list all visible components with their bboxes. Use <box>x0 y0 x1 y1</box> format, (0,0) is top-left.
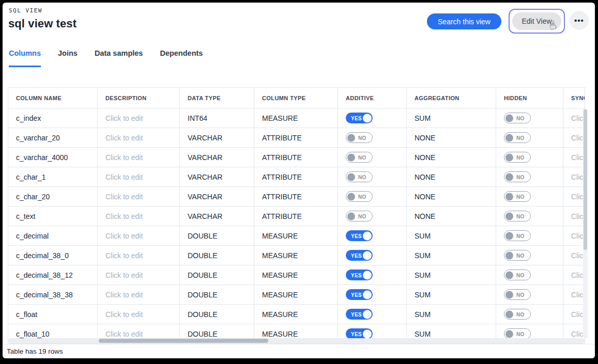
cell-column-type[interactable]: ATTRIBUTE <box>254 207 338 226</box>
cell-column-type[interactable]: ATTRIBUTE <box>254 187 338 206</box>
additive-toggle[interactable]: NO <box>346 191 373 202</box>
additive-toggle[interactable]: NO <box>346 152 373 163</box>
toggle-knob-icon <box>505 330 513 338</box>
cell-description[interactable]: Click to edit <box>98 148 180 167</box>
cell-column-name[interactable]: c_decimal_38_0 <box>8 246 98 265</box>
additive-toggle[interactable]: YES <box>346 113 373 123</box>
additive-toggle[interactable]: YES <box>346 309 373 320</box>
header-synonyms: SYNONYMS <box>563 88 585 108</box>
additive-toggle[interactable]: NO <box>346 211 373 221</box>
additive-toggle[interactable]: NO <box>346 171 373 182</box>
cell-column-type[interactable]: MEASURE <box>254 108 338 128</box>
cell-synonyms[interactable]: Click to edit <box>563 187 585 206</box>
cell-synonyms[interactable]: Click to edit <box>563 305 585 324</box>
cell-aggregation[interactable]: NONE <box>407 148 496 167</box>
cell-column-type[interactable]: ATTRIBUTE <box>254 148 338 167</box>
hidden-toggle[interactable]: NO <box>504 289 531 300</box>
cell-column-name[interactable]: c_decimal_38_38 <box>8 285 98 304</box>
tab-columns[interactable]: Columns <box>9 49 41 67</box>
cell-aggregation[interactable]: SUM <box>407 246 496 265</box>
cell-synonyms[interactable]: Click to edit <box>563 128 585 147</box>
cell-aggregation[interactable]: SUM <box>407 265 496 284</box>
vertical-scrollbar-thumb[interactable] <box>584 109 587 250</box>
toggle-knob-icon <box>347 212 355 220</box>
hidden-toggle[interactable]: NO <box>504 132 531 143</box>
cell-column-name[interactable]: c_text <box>8 207 98 226</box>
horizontal-scrollbar-thumb[interactable] <box>99 339 268 343</box>
cell-column-name[interactable]: c_decimal <box>8 226 98 245</box>
cell-column-name[interactable]: c_decimal_38_12 <box>8 265 98 284</box>
cell-column-type[interactable]: MEASURE <box>254 265 338 284</box>
cell-aggregation[interactable]: SUM <box>407 285 496 304</box>
cell-synonyms[interactable]: Click to edit <box>563 148 585 167</box>
cell-column-type[interactable]: MEASURE <box>254 285 338 304</box>
more-options-button[interactable]: ••• <box>570 11 589 30</box>
cell-column-type[interactable]: MEASURE <box>254 246 338 265</box>
hidden-toggle[interactable]: NO <box>504 191 531 202</box>
cell-synonyms[interactable]: Click to edit <box>563 207 585 226</box>
cell-description[interactable]: Click to edit <box>98 167 180 186</box>
toggle-knob-icon <box>505 114 513 122</box>
cell-aggregation[interactable]: SUM <box>407 305 496 324</box>
cell-additive: YES <box>338 246 407 265</box>
cell-column-name[interactable]: c_varchar_20 <box>8 128 98 147</box>
cell-column-name[interactable]: c_index <box>8 108 98 128</box>
horizontal-scrollbar[interactable] <box>8 338 585 343</box>
cell-synonyms[interactable]: Click to edit <box>563 285 585 304</box>
hidden-toggle[interactable]: NO <box>504 250 531 261</box>
cell-column-type[interactable]: ATTRIBUTE <box>254 128 338 147</box>
cell-description[interactable]: Click to edit <box>98 246 180 265</box>
additive-toggle[interactable]: NO <box>346 132 373 143</box>
cell-aggregation[interactable]: NONE <box>407 128 496 147</box>
tab-joins[interactable]: Joins <box>58 49 78 67</box>
toggle-knob-icon <box>363 271 372 279</box>
additive-toggle[interactable]: YES <box>346 270 373 280</box>
cell-aggregation[interactable]: NONE <box>407 187 496 206</box>
toggle-knob-icon <box>505 134 513 141</box>
hidden-toggle[interactable]: NO <box>504 309 531 320</box>
cell-synonyms[interactable]: Click to edit <box>563 108 585 128</box>
table-footer: Table has 19 rows <box>3 344 595 358</box>
cell-aggregation[interactable]: SUM <box>407 108 496 128</box>
hidden-toggle[interactable]: NO <box>504 270 531 280</box>
hidden-toggle[interactable]: NO <box>504 230 531 241</box>
cell-column-type[interactable]: MEASURE <box>254 226 338 245</box>
cell-description[interactable]: Click to edit <box>98 226 180 245</box>
cell-column-name[interactable]: c_float <box>8 305 98 324</box>
hidden-toggle[interactable]: NO <box>504 113 531 123</box>
additive-toggle[interactable]: YES <box>346 250 373 261</box>
cell-description[interactable]: Click to edit <box>98 187 180 206</box>
cell-aggregation[interactable]: NONE <box>407 167 496 186</box>
tab-data-samples[interactable]: Data samples <box>95 49 143 67</box>
cell-description[interactable]: Click to edit <box>98 128 180 147</box>
toggle-knob-icon <box>347 134 355 141</box>
cell-description[interactable]: Click to edit <box>98 305 180 324</box>
additive-toggle[interactable]: YES <box>346 328 373 339</box>
cell-aggregation[interactable]: NONE <box>407 207 496 226</box>
vertical-scrollbar[interactable] <box>583 108 588 338</box>
cell-aggregation[interactable]: SUM <box>407 226 496 245</box>
cell-column-type[interactable]: ATTRIBUTE <box>254 167 338 186</box>
hidden-toggle[interactable]: NO <box>504 211 531 221</box>
cell-description[interactable]: Click to edit <box>98 207 180 226</box>
hidden-toggle[interactable]: NO <box>504 152 531 163</box>
cell-column-name[interactable]: c_varchar_4000 <box>8 148 98 167</box>
cell-hidden: NO <box>496 226 563 245</box>
cell-column-name[interactable]: c_char_1 <box>8 167 98 186</box>
cell-synonyms[interactable]: Click to edit <box>563 265 585 284</box>
cell-column-name[interactable]: c_char_20 <box>8 187 98 206</box>
cell-synonyms[interactable]: Click to edit <box>563 167 585 186</box>
tab-dependents[interactable]: Dependents <box>160 49 203 67</box>
edit-view-button[interactable]: Edit View <box>512 12 561 30</box>
cell-description[interactable]: Click to edit <box>98 108 180 128</box>
cell-description[interactable]: Click to edit <box>98 285 180 304</box>
hidden-toggle[interactable]: NO <box>504 171 531 182</box>
search-this-view-button[interactable]: Search this view <box>427 13 501 29</box>
cell-synonyms[interactable]: Click to edit <box>563 246 585 265</box>
cell-column-type[interactable]: MEASURE <box>254 305 338 324</box>
hidden-toggle[interactable]: NO <box>504 328 531 339</box>
additive-toggle[interactable]: YES <box>346 230 373 241</box>
additive-toggle[interactable]: YES <box>346 289 373 300</box>
cell-synonyms[interactable]: Click to edit <box>563 226 585 245</box>
cell-description[interactable]: Click to edit <box>98 265 180 284</box>
